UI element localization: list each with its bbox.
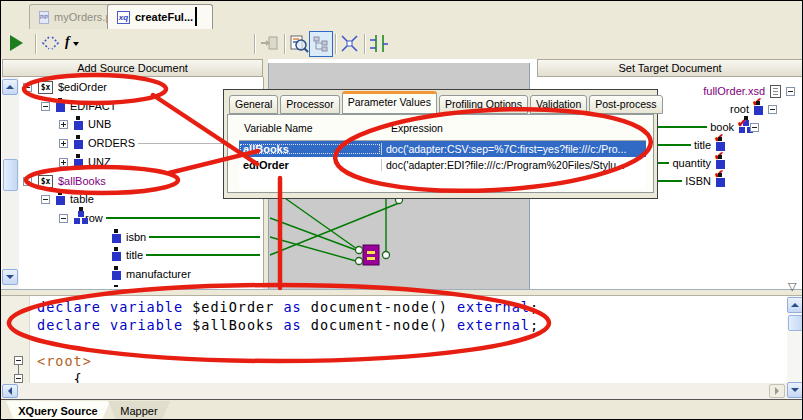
expand-icon[interactable]	[59, 139, 68, 148]
tab-mapper[interactable]: Mapper	[108, 401, 170, 420]
variable-document-icon: $x	[38, 81, 53, 94]
source-tree-row[interactable]: manufacturer	[19, 266, 263, 282]
element-icon	[56, 196, 65, 205]
tree-item-label: title	[126, 249, 143, 261]
tree-item-label: UNZ	[88, 156, 111, 168]
tab-xquery-source[interactable]: XQuery Source	[6, 401, 110, 420]
scroll-down-button[interactable]	[787, 382, 803, 398]
code-token: as	[274, 317, 311, 333]
editor-vscrollbar[interactable]	[787, 296, 803, 399]
collapse-icon[interactable]	[786, 87, 795, 96]
collapse-icon[interactable]	[41, 195, 50, 204]
angle-brackets-icon	[41, 34, 60, 53]
tree-item-label: table	[70, 193, 94, 205]
scroll-up-button[interactable]	[2, 79, 18, 95]
text-cursor	[195, 7, 197, 26]
add-source-document-button[interactable]: Add Source Document	[2, 59, 263, 77]
editor-gutter	[1, 296, 30, 383]
code-token: ;	[530, 299, 539, 315]
tree-item-label: isbn	[126, 231, 146, 243]
tree-item-label: title	[694, 139, 711, 151]
document-tab-bar: PIP myOrders.pi... xq createFul...	[1, 1, 802, 29]
code-token: ;	[530, 317, 539, 333]
tree-item-label: $ediOrder	[58, 81, 107, 93]
horizontal-splitter[interactable]	[1, 289, 802, 296]
source-tree-row[interactable]: title	[19, 247, 263, 263]
expand-icon[interactable]	[59, 120, 68, 129]
expand-icon[interactable]	[59, 158, 68, 167]
dialog-tab-strip: GeneralProcessorParameter ValuesProfilin…	[229, 93, 654, 114]
set-target-document-button[interactable]: Set Target Document	[537, 59, 803, 77]
scroll-left-button[interactable]	[2, 384, 18, 398]
code-line: declare variable $allBooks as document-n…	[37, 316, 782, 334]
collapse-unused-button[interactable]	[340, 34, 359, 53]
collapse-icon[interactable]	[768, 105, 777, 114]
editor-hscrollbar[interactable]	[1, 383, 787, 399]
collapse-icon[interactable]	[59, 214, 68, 223]
target-scroll-down-icon[interactable]: ▽	[788, 280, 796, 293]
port-icon	[383, 252, 390, 259]
scroll-right-button[interactable]	[769, 384, 785, 398]
variable-name-cell[interactable]: allBooks	[239, 143, 381, 155]
code-line: declare variable $ediOrder as document-n…	[37, 298, 782, 316]
source-tree-row[interactable]: row	[19, 210, 263, 226]
dialog-tab-post-process[interactable]: Post-process	[589, 95, 662, 114]
parameter-grid: allBooksdoc('adapter:CSV:sep=%7C:first=y…	[239, 140, 646, 189]
apply-button-disabled[interactable]	[260, 35, 279, 52]
block-diagram-icon	[313, 36, 329, 52]
scroll-down-button[interactable]	[2, 269, 18, 285]
mapped-check-icon: ✔	[714, 169, 724, 179]
doc-tab-createfull[interactable]: xq createFul...	[107, 4, 213, 29]
tree-item-label: row	[85, 212, 103, 224]
code-token: document-node()	[311, 299, 448, 315]
convert-to-xml-button[interactable]	[41, 34, 60, 53]
tree-item-label: manufacturer	[126, 268, 191, 280]
preview-result-button[interactable]	[289, 34, 309, 53]
diagram-view-toggle-pressed[interactable]	[309, 31, 333, 57]
run-button[interactable]	[10, 35, 23, 51]
expression-cell[interactable]: doc('adapter:EDI?file:///c:/Program%20Fi…	[381, 159, 646, 171]
function-menu-button[interactable]: f	[65, 34, 79, 50]
parameter-row[interactable]: ediOrderdoc('adapter:EDI?file:///c:/Prog…	[239, 157, 646, 173]
collapse-icon[interactable]	[750, 123, 759, 132]
code-token: <root>	[37, 353, 92, 369]
tree-item-label: EDIFACT	[70, 100, 116, 112]
dialog-tab-validation[interactable]: Validation	[530, 95, 587, 114]
collapse-icon[interactable]	[23, 177, 32, 186]
doc-tab-label: createFul...	[135, 11, 193, 23]
collapse-icon[interactable]	[23, 83, 32, 92]
application-window: PIP myOrders.pi... xq createFul... f ord…	[0, 0, 803, 420]
tree-item-label: ORDERS	[88, 137, 135, 149]
equals-operator-node	[363, 245, 379, 265]
source-tree-row[interactable]: isbn	[19, 229, 263, 245]
play-icon	[10, 35, 23, 51]
fold-collapse-icon[interactable]	[14, 374, 23, 383]
scroll-up-button[interactable]	[787, 297, 803, 313]
source-tree-row[interactable]: releaseDate	[19, 285, 263, 287]
dialog-tab-parameter-values[interactable]: Parameter Values	[342, 91, 437, 114]
parameter-row[interactable]: allBooksdoc('adapter:CSV:sep=%7C:first=y…	[239, 141, 646, 157]
schema-document-icon	[770, 85, 781, 98]
element-icon	[56, 103, 65, 112]
collapse-icon[interactable]	[41, 102, 50, 111]
fold-collapse-icon[interactable]	[14, 356, 23, 365]
code-token: as	[274, 299, 311, 315]
dialog-tab-general[interactable]: General	[229, 95, 278, 114]
scrollbar-thumb[interactable]	[788, 315, 803, 331]
tree-item-label: root	[730, 103, 749, 115]
xquery-source-editor[interactable]: declare variable $ediOrder as document-n…	[1, 296, 802, 383]
dialog-tab-profiling-options[interactable]: Profiling Options	[439, 95, 528, 114]
chevron-up-icon	[6, 85, 14, 89]
variable-name-cell[interactable]: ediOrder	[239, 159, 381, 171]
apply-icon	[260, 35, 279, 52]
port-icon	[356, 258, 363, 265]
show-links-button[interactable]	[369, 34, 389, 53]
element-icon	[74, 140, 83, 149]
dialog-tab-processor[interactable]: Processor	[280, 95, 339, 114]
code-token: $ediOrder	[192, 299, 274, 315]
scrollbar-thumb[interactable]	[3, 159, 18, 191]
expression-column-header: Expression	[391, 122, 443, 134]
chevron-down-icon	[791, 388, 799, 392]
expression-cell[interactable]: doc('adapter:CSV:sep=%7C:first=yes?file:…	[381, 143, 646, 155]
tree-item-label: $allBooks	[58, 175, 106, 187]
